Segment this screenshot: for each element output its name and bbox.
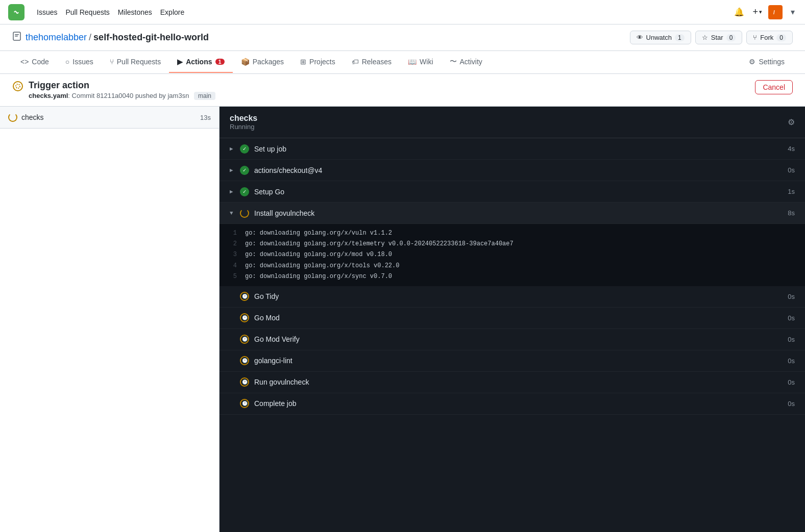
tab-activity[interactable]: 〜 Activity <box>442 51 491 73</box>
repo-icon <box>12 32 21 43</box>
code-icon: <> <box>20 58 29 66</box>
step-checkout[interactable]: ▶ ✓ actions/checkout@v4 0s <box>219 160 805 181</box>
fork-button[interactable]: ⑂ Fork 0 <box>746 31 793 44</box>
star-button[interactable]: ☆ Star 0 <box>695 31 743 44</box>
log-line-2: 2 go: downloading golang.org/x/telemetry… <box>219 239 805 249</box>
log-header: checks Running ⚙ <box>219 107 805 138</box>
step-status-running-govulncheck <box>240 209 249 218</box>
create-button[interactable]: + ▾ <box>752 7 762 17</box>
step-status-pending-gomod: 🕐 <box>240 313 249 322</box>
star-label: Star <box>711 34 723 41</box>
log-line-text-2: go: downloading golang.org/x/telemetry v… <box>245 239 514 249</box>
pr-icon: ⑂ <box>110 58 114 66</box>
repo-owner-link[interactable]: thehomelabber <box>26 32 87 42</box>
tab-settings-label: Settings <box>759 58 785 66</box>
fork-label: Fork <box>760 34 773 41</box>
step-name-setup-go: Setup Go <box>254 188 788 196</box>
steps-list: ▶ ✓ Set up job 4s ▶ ✓ actions/checkout@v… <box>219 138 805 415</box>
repo-title: thehomelabber/self-hosted-git-hello-worl… <box>12 32 209 43</box>
fork-icon: ⑂ <box>753 34 757 41</box>
star-icon: ☆ <box>702 34 708 41</box>
step-duration-checkout: 0s <box>788 166 795 174</box>
step-name-complete-job: Complete job <box>254 399 788 408</box>
log-gear-button[interactable]: ⚙ <box>788 117 795 127</box>
site-logo[interactable] <box>8 4 25 20</box>
tab-releases[interactable]: 🏷 Releases <box>344 52 400 73</box>
tab-packages[interactable]: 📦 Packages <box>233 52 292 73</box>
watch-count: 1 <box>675 34 685 41</box>
step-status-success: ✓ <box>240 144 249 154</box>
actions-icon: ▶ <box>177 58 183 66</box>
step-duration-complete-job: 0s <box>788 400 795 408</box>
step-golangci-lint[interactable]: 🕐 golangci-lint 0s <box>219 350 805 372</box>
user-avatar[interactable]: / <box>768 5 783 19</box>
step-go-mod[interactable]: 🕐 Go Mod 0s <box>219 308 805 329</box>
trigger-subtitle: checks.yaml: Commit 81211a0040 pushed by… <box>29 92 215 100</box>
tab-code[interactable]: <> Code <box>12 52 57 73</box>
tab-settings[interactable]: ⚙ Settings <box>741 52 793 73</box>
chevron-icon: ▶ <box>230 145 236 152</box>
job-item-checks[interactable]: checks 13s <box>0 107 219 129</box>
step-status-pending-lint: 🕐 <box>240 356 249 365</box>
cancel-button[interactable]: Cancel <box>755 80 793 94</box>
projects-icon: ⊞ <box>300 58 306 66</box>
fork-count: 0 <box>776 34 786 41</box>
step-status-pending-gotidy: 🕐 <box>240 292 249 301</box>
step-status-pending-runvuln: 🕐 <box>240 377 249 387</box>
notifications-button[interactable]: 🔔 <box>732 5 746 19</box>
step-name-checkout: actions/checkout@v4 <box>254 166 788 174</box>
job-name: checks <box>21 113 44 121</box>
trigger-running-icon <box>12 81 23 94</box>
tab-projects[interactable]: ⊞ Projects <box>292 52 344 73</box>
step-setup-go[interactable]: ▶ ✓ Setup Go 1s <box>219 181 805 202</box>
step-status-pending-complete: 🕐 <box>240 399 249 408</box>
topnav-explore[interactable]: Explore <box>160 8 184 16</box>
step-go-mod-verify[interactable]: 🕐 Go Mod Verify 0s <box>219 329 805 350</box>
step-status-pending-gomodverify: 🕐 <box>240 335 249 344</box>
log-line-text-1: go: downloading golang.org/x/vuln v1.1.2 <box>245 229 392 238</box>
star-count: 0 <box>726 34 736 41</box>
trigger-commit: Commit 81211a0040 pushed by jam3sn <box>72 92 189 99</box>
step-name-go-mod-verify: Go Mod Verify <box>254 335 788 343</box>
step-duration-setup-job: 4s <box>788 145 795 153</box>
step-duration-setup-go: 1s <box>788 188 795 195</box>
tab-actions[interactable]: ▶ Actions 1 <box>169 52 232 73</box>
topnav-right: 🔔 + ▾ / ▾ <box>732 5 797 19</box>
topnav-milestones[interactable]: Milestones <box>118 8 152 16</box>
releases-icon: 🏷 <box>352 58 359 66</box>
workflow-area: checks 13s checks Running ⚙ ▶ ✓ Set up j… <box>0 107 805 532</box>
step-complete-job[interactable]: 🕐 Complete job 0s <box>219 393 805 415</box>
step-run-govulncheck[interactable]: 🕐 Run govulncheck 0s <box>219 372 805 393</box>
step-install-govulncheck[interactable]: ▼ Install govulncheck 8s <box>219 202 805 224</box>
log-panel: checks Running ⚙ ▶ ✓ Set up job 4s ▶ ✓ <box>219 107 805 532</box>
tab-wiki-label: Wiki <box>420 58 433 66</box>
svg-rect-5 <box>15 36 18 37</box>
step-setup-job[interactable]: ▶ ✓ Set up job 4s <box>219 138 805 160</box>
chevron-icon: ▶ <box>230 188 236 195</box>
actions-badge: 1 <box>215 59 225 65</box>
topnav-pullrequests[interactable]: Pull Requests <box>65 8 109 16</box>
user-menu-button[interactable]: ▾ <box>789 5 797 19</box>
log-line-num-3: 3 <box>219 250 245 260</box>
step-duration-go-mod: 0s <box>788 314 795 322</box>
step-name-run-govulncheck: Run govulncheck <box>254 378 788 386</box>
step-name-setup-job: Set up job <box>254 145 788 153</box>
job-left: checks <box>8 113 44 122</box>
log-line-4: 4 go: downloading golang.org/x/tools v0.… <box>219 261 805 271</box>
tab-wiki[interactable]: 📖 Wiki <box>400 52 441 73</box>
repo-nav: <> Code ○ Issues ⑂ Pull Requests ▶ Actio… <box>0 51 805 74</box>
topnav-issues[interactable]: Issues <box>37 8 57 16</box>
step-duration-go-tidy: 0s <box>788 293 795 300</box>
tab-pull-requests[interactable]: ⑂ Pull Requests <box>102 52 169 73</box>
svg-text:/: / <box>773 10 775 15</box>
tab-code-label: Code <box>32 58 48 66</box>
watch-label: Unwatch <box>646 34 672 41</box>
log-header-left: checks Running <box>230 114 257 131</box>
log-lines: 1 go: downloading golang.org/x/vuln v1.1… <box>219 224 805 286</box>
watch-button[interactable]: 👁 Unwatch 1 <box>630 31 691 44</box>
tab-issues[interactable]: ○ Issues <box>57 52 102 73</box>
step-duration-install-govulncheck: 8s <box>788 209 795 217</box>
trigger-branch: main <box>194 92 215 100</box>
step-status-success-setupgo: ✓ <box>240 187 249 196</box>
step-go-tidy[interactable]: 🕐 Go Tidy 0s <box>219 286 805 308</box>
